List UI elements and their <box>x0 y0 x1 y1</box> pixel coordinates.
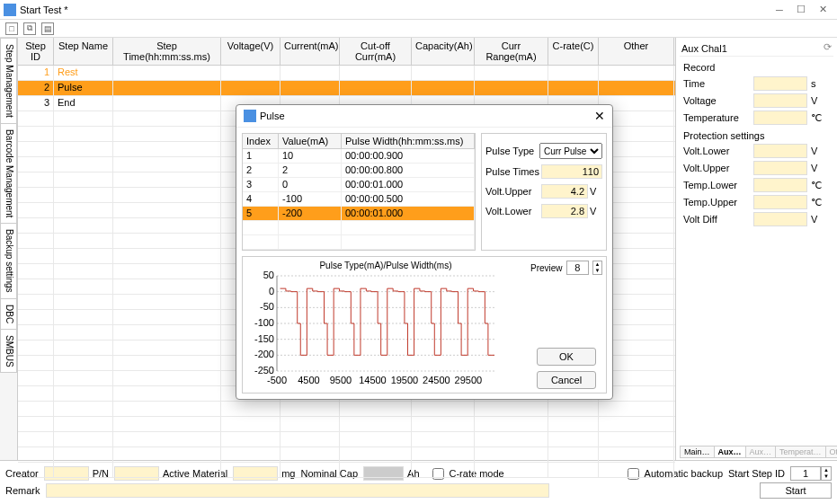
minimize-button[interactable]: ─ <box>769 4 790 15</box>
start-step-id-spinner[interactable]: ▲▼ <box>790 466 832 481</box>
pulse-col-width: Pulse Width(hh:mm:ss.ms) <box>342 134 475 148</box>
svg-text:-150: -150 <box>254 333 274 344</box>
aux-subtab-temperature[interactable]: Temperat… <box>775 446 826 458</box>
preview-spin-down-icon[interactable]: ▼ <box>593 268 601 274</box>
aux-subtabs: Main… Aux… Aux… Temperat… Other <box>680 446 837 458</box>
volt-upper-value[interactable]: 4.2 <box>541 184 588 199</box>
remark-field[interactable] <box>46 483 549 498</box>
volt-upper-unit: V <box>590 186 602 197</box>
aux-row: VoltageV <box>683 93 830 108</box>
volt-upper-label: Volt.Upper <box>485 186 541 197</box>
pulse-type-select[interactable]: Curr Pulse <box>539 143 602 159</box>
col-step-id: Step ID <box>18 38 54 65</box>
side-tab-dbc[interactable]: DBC <box>0 298 17 330</box>
aux-input[interactable] <box>753 144 807 158</box>
pulse-table-row[interactable]: 2200:00:00.800 <box>243 164 475 178</box>
table-row[interactable]: 2Pulse <box>18 81 675 96</box>
aux-row: Volt.UpperV <box>683 161 830 175</box>
chart-title: Pulse Type(mA)/Pulse Width(ms) <box>246 261 525 270</box>
pulse-table-row[interactable]: 3000:00:01.000 <box>243 178 475 192</box>
volt-lower-unit: V <box>590 206 602 217</box>
volt-lower-value[interactable]: 2.8 <box>541 204 588 218</box>
pulse-side-panel: Pulse Type Curr Pulse Pulse Times 110 Vo… <box>481 133 607 251</box>
pulse-times-value[interactable]: 110 <box>541 164 602 179</box>
side-tabs: Step Management Barcode Management Backu… <box>0 38 18 460</box>
svg-text:-50: -50 <box>260 301 274 312</box>
modal-titlebar: Pulse ✕ <box>236 105 612 128</box>
close-button[interactable]: ✕ <box>812 4 833 15</box>
window-titlebar: Start Test * ─ ☐ ✕ <box>0 0 837 20</box>
remark-label: Remark <box>5 485 40 496</box>
aux-input[interactable] <box>753 93 807 108</box>
save-icon[interactable]: ▤ <box>41 22 54 35</box>
col-step-time: Step Time(hh:mm:ss.ms) <box>113 38 221 65</box>
aux-input[interactable] <box>753 195 807 209</box>
aux-subtab-main[interactable]: Main… <box>680 446 715 458</box>
aux-input[interactable] <box>753 76 807 91</box>
aux-row: Times <box>683 76 830 91</box>
aux-row: Temperature℃ <box>683 111 830 125</box>
svg-text:24500: 24500 <box>423 375 450 385</box>
modal-close-button[interactable]: ✕ <box>594 109 605 123</box>
new-icon[interactable]: □ <box>5 22 18 35</box>
col-current: Current(mA) <box>280 38 340 65</box>
pulse-col-index: Index <box>243 134 279 148</box>
col-curr-range: Curr Range(mA) <box>475 38 548 65</box>
pulse-chart: 500-50-100-150-200-250-50045009500145001… <box>246 270 498 387</box>
start-step-id-input[interactable] <box>790 466 821 481</box>
side-tab-smbus[interactable]: SMBUS <box>0 329 17 374</box>
maximize-button[interactable]: ☐ <box>790 4 812 15</box>
table-row[interactable] <box>18 447 675 463</box>
aux-input[interactable] <box>753 178 807 192</box>
aux-row: Temp.Lower℃ <box>683 178 830 192</box>
svg-text:0: 0 <box>269 286 274 296</box>
table-row[interactable] <box>18 402 675 417</box>
cancel-button[interactable]: Cancel <box>537 371 596 389</box>
aux-row: Volt DiffV <box>683 212 830 226</box>
table-row[interactable]: 1Rest <box>18 66 675 81</box>
svg-text:9500: 9500 <box>330 375 352 385</box>
aux-record-heading: Record <box>683 62 830 73</box>
aux-refresh-icon[interactable]: ⟳ <box>824 41 832 53</box>
pulse-modal: Pulse ✕ Index Value(mA) Pulse Width(hh:m… <box>236 104 613 400</box>
aux-input[interactable] <box>753 161 807 175</box>
pulse-table-row[interactable]: 5-20000:00:01.000 <box>243 207 475 221</box>
aux-input[interactable] <box>753 212 807 226</box>
table-row[interactable] <box>18 417 675 432</box>
table-row[interactable] <box>18 463 675 478</box>
aux-panel: Aux Chal1 ⟳ Record TimesVoltageVTemperat… <box>675 38 837 460</box>
preview-value[interactable]: 8 <box>566 261 589 275</box>
aux-subtab-aux2[interactable]: Aux… <box>745 446 777 458</box>
side-tab-barcode-management[interactable]: Barcode Management <box>0 123 17 224</box>
col-crate: C-rate(C) <box>548 38 599 65</box>
preview-spin-up-icon[interactable]: ▲ <box>593 261 601 268</box>
app-icon <box>4 4 16 16</box>
modal-title-text: Pulse <box>260 111 594 121</box>
ok-button[interactable]: OK <box>537 348 596 366</box>
table-row[interactable] <box>18 432 675 447</box>
spin-down-icon[interactable]: ▼ <box>822 473 831 480</box>
spin-up-icon[interactable]: ▲ <box>822 467 831 473</box>
col-capacity: Capacity(Ah) <box>412 38 475 65</box>
side-tab-step-management[interactable]: Step Management <box>0 38 17 124</box>
aux-row: Volt.LowerV <box>683 144 830 158</box>
aux-subtab-other[interactable]: Other <box>825 446 837 458</box>
col-cutoff-curr: Cut-off Curr(mA) <box>340 38 412 65</box>
start-button[interactable]: Start <box>760 482 832 499</box>
svg-text:50: 50 <box>263 270 274 280</box>
pulse-table-row[interactable]: 11000:00:00.900 <box>243 149 475 164</box>
aux-input[interactable] <box>753 111 807 125</box>
side-tab-backup-settings[interactable]: Backup settings <box>0 223 17 299</box>
col-step-name: Step Name <box>54 38 113 65</box>
aux-subtab-aux1[interactable]: Aux… <box>714 446 746 458</box>
pulse-table-row[interactable] <box>243 235 475 250</box>
aux-protection-heading: Protection settings <box>683 130 830 141</box>
grid-header: Step ID Step Name Step Time(hh:mm:ss.ms)… <box>18 38 675 66</box>
pulse-table-row[interactable]: 4-10000:00:00.500 <box>243 192 475 207</box>
open-icon[interactable]: ⧉ <box>23 22 36 35</box>
volt-lower-label: Volt.Lower <box>485 206 541 217</box>
pulse-table-row[interactable] <box>243 221 475 235</box>
svg-text:19500: 19500 <box>391 375 419 385</box>
svg-text:-200: -200 <box>254 349 274 359</box>
window-title: Start Test * <box>20 4 769 15</box>
